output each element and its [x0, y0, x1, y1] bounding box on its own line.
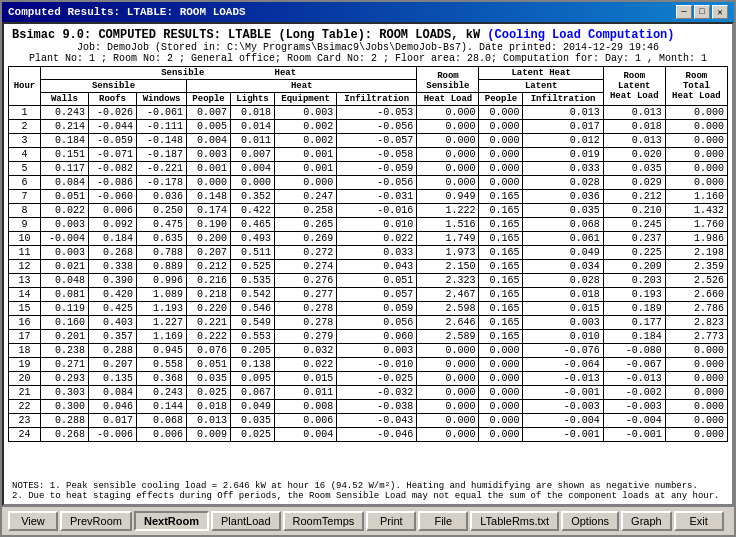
hour-cell: 15: [9, 302, 41, 316]
data-cell: 0.002: [275, 134, 337, 148]
data-cell: 0.033: [337, 246, 417, 260]
data-cell: 0.081: [40, 288, 88, 302]
exit-button[interactable]: Exit: [674, 511, 724, 531]
data-cell: 0.288: [40, 414, 88, 428]
data-cell: 0.000: [479, 176, 523, 190]
data-cell: 2.646: [417, 316, 479, 330]
data-cell: 0.174: [187, 204, 231, 218]
data-cell: -0.043: [337, 414, 417, 428]
table-row: 30.184-0.059-0.1480.0040.0110.002-0.0570…: [9, 134, 728, 148]
data-cell: -0.044: [88, 120, 136, 134]
data-cell: -0.032: [337, 386, 417, 400]
data-cell: 2.823: [665, 316, 727, 330]
data-cell: -0.187: [137, 148, 187, 162]
data-cell: 0.165: [479, 246, 523, 260]
ltable-rms-button[interactable]: LTableRms.txt: [470, 511, 559, 531]
data-cell: 0.268: [40, 428, 88, 442]
data-cell: -0.082: [88, 162, 136, 176]
data-cell: 0.068: [137, 414, 187, 428]
data-cell: 0.035: [603, 162, 665, 176]
data-cell: 0.493: [231, 232, 275, 246]
data-cell: 0.119: [40, 302, 88, 316]
data-cell: 0.274: [275, 260, 337, 274]
prev-room-button[interactable]: PrevRoom: [60, 511, 132, 531]
data-cell: 0.996: [137, 274, 187, 288]
data-cell: 0.403: [88, 316, 136, 330]
close-button[interactable]: ✕: [712, 5, 728, 19]
table-row: 10.243-0.026-0.0610.0070.0180.003-0.0530…: [9, 106, 728, 120]
data-cell: -0.038: [337, 400, 417, 414]
data-cell: 0.029: [603, 176, 665, 190]
data-cell: 0.000: [665, 400, 727, 414]
table-row: 80.0220.0060.2500.1740.4220.258-0.0161.2…: [9, 204, 728, 218]
data-cell: 0.889: [137, 260, 187, 274]
data-cell: -0.003: [523, 400, 603, 414]
data-cell: 0.165: [479, 288, 523, 302]
table-row: 180.2380.2880.9450.0760.2050.0320.0030.0…: [9, 344, 728, 358]
data-cell: 0.004: [231, 162, 275, 176]
data-cell: 0.243: [137, 386, 187, 400]
data-cell: -0.004: [603, 414, 665, 428]
data-cell: 0.165: [479, 232, 523, 246]
data-cell: 0.000: [187, 176, 231, 190]
data-cell: 0.000: [479, 400, 523, 414]
hour-cell: 16: [9, 316, 41, 330]
data-cell: -0.067: [603, 358, 665, 372]
maximize-button[interactable]: □: [694, 5, 710, 19]
data-cell: 0.018: [187, 400, 231, 414]
file-button[interactable]: File: [418, 511, 468, 531]
print-button[interactable]: Print: [366, 511, 416, 531]
equipment-header: Equipment: [275, 93, 337, 106]
data-cell: 0.022: [40, 204, 88, 218]
hour-cell: 7: [9, 190, 41, 204]
data-cell: 1.749: [417, 232, 479, 246]
hour-cell: 18: [9, 344, 41, 358]
room-temps-button[interactable]: RoomTemps: [283, 511, 365, 531]
data-cell: 0.390: [88, 274, 136, 288]
data-cell: 0.003: [40, 246, 88, 260]
minimize-button[interactable]: ─: [676, 5, 692, 19]
view-button[interactable]: View: [8, 511, 58, 531]
room-total-header: RoomTotalHeat Load: [665, 67, 727, 106]
data-cell: 0.357: [88, 330, 136, 344]
data-cell: 0.000: [665, 414, 727, 428]
data-cell: 0.000: [665, 386, 727, 400]
data-cell: 0.000: [479, 148, 523, 162]
data-cell: -0.026: [88, 106, 136, 120]
data-cell: 0.165: [479, 204, 523, 218]
options-button[interactable]: Options: [561, 511, 619, 531]
data-cell: 0.000: [417, 344, 479, 358]
data-cell: -0.080: [603, 344, 665, 358]
data-cell: -0.031: [337, 190, 417, 204]
data-cell: 0.525: [231, 260, 275, 274]
data-cell: 0.005: [187, 120, 231, 134]
data-cell: 0.207: [88, 358, 136, 372]
data-cell: 0.000: [417, 428, 479, 442]
data-cell: 2.198: [665, 246, 727, 260]
data-cell: 0.000: [665, 344, 727, 358]
data-cell: 0.160: [40, 316, 88, 330]
data-cell: 0.190: [187, 218, 231, 232]
plant-load-button[interactable]: PlantLoad: [211, 511, 281, 531]
data-cell: 1.193: [137, 302, 187, 316]
data-cell: 0.000: [479, 372, 523, 386]
data-cell: 0.184: [88, 232, 136, 246]
table-row: 150.1190.4251.1930.2200.5460.2780.0592.5…: [9, 302, 728, 316]
data-cell: 0.209: [603, 260, 665, 274]
header-section: Bsimac 9.0: COMPUTED RESULTS: LTABLE (Lo…: [4, 24, 732, 66]
sensible-heat-load-header: Heat Load: [417, 93, 479, 106]
window-title: Computed Results: LTABLE: ROOM LOADS: [8, 6, 246, 18]
data-cell: 0.000: [665, 106, 727, 120]
next-room-button[interactable]: NextRoom: [134, 511, 209, 531]
data-cell: 0.034: [523, 260, 603, 274]
graph-button[interactable]: Graph: [621, 511, 672, 531]
data-cell: 0.250: [137, 204, 187, 218]
data-cell: 0.036: [523, 190, 603, 204]
data-cell: -0.001: [523, 386, 603, 400]
data-cell: -0.013: [603, 372, 665, 386]
data-cell: 0.368: [137, 372, 187, 386]
table-body: 10.243-0.026-0.0610.0070.0180.003-0.0530…: [9, 106, 728, 442]
hour-cell: 22: [9, 400, 41, 414]
hour-cell: 3: [9, 134, 41, 148]
data-cell: 0.278: [275, 316, 337, 330]
